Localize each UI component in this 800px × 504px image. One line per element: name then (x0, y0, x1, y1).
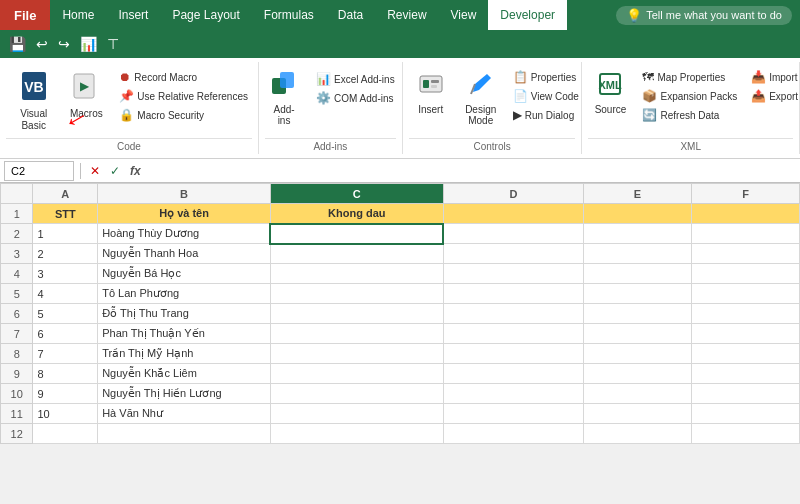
excel-add-ins-button[interactable]: 📊 Excel Add-ins (312, 70, 399, 88)
com-add-ins-button[interactable]: ⚙️ COM Add-ins (312, 89, 399, 107)
cell-e11[interactable] (584, 404, 692, 424)
cell-a5[interactable]: 4 (33, 284, 98, 304)
col-header-d[interactable]: D (443, 184, 583, 204)
cell-d10[interactable] (443, 384, 583, 404)
cell-b11[interactable]: Hà Văn Như (98, 404, 271, 424)
cell-c6[interactable] (270, 304, 443, 324)
cell-e4[interactable] (584, 264, 692, 284)
cell-a7[interactable]: 6 (33, 324, 98, 344)
cell-e10[interactable] (584, 384, 692, 404)
cell-b9[interactable]: Nguyễn Khắc Liêm (98, 364, 271, 384)
cell-f10[interactable] (692, 384, 800, 404)
cell-a8[interactable]: 7 (33, 344, 98, 364)
cell-e1[interactable] (584, 204, 692, 224)
cell-a6[interactable]: 5 (33, 304, 98, 324)
export-button[interactable]: 📤 Export (747, 87, 800, 105)
map-properties-button[interactable]: 🗺 Map Properties (638, 68, 741, 86)
record-macro-button[interactable]: ⏺ Record Macro (115, 68, 252, 86)
cell-c3[interactable] (270, 244, 443, 264)
import-button[interactable]: 📥 Import (747, 68, 800, 86)
tab-home[interactable]: Home (50, 0, 106, 30)
save-button[interactable]: 💾 (6, 34, 29, 54)
col-header-c[interactable]: C (270, 184, 443, 204)
cell-e3[interactable] (584, 244, 692, 264)
cell-c5[interactable] (270, 284, 443, 304)
cell-c12[interactable] (270, 424, 443, 444)
cell-c11[interactable] (270, 404, 443, 424)
cell-c7[interactable] (270, 324, 443, 344)
cell-a9[interactable]: 8 (33, 364, 98, 384)
redo-button[interactable]: ↪ (55, 34, 73, 54)
col-header-e[interactable]: E (584, 184, 692, 204)
cell-d2[interactable] (443, 224, 583, 244)
cell-f8[interactable] (692, 344, 800, 364)
cell-d3[interactable] (443, 244, 583, 264)
filter-button[interactable]: ⊤ (104, 34, 122, 54)
tab-developer[interactable]: Developer (488, 0, 567, 30)
cell-b5[interactable]: Tô Lan Phương (98, 284, 271, 304)
cell-c10[interactable] (270, 384, 443, 404)
cell-f9[interactable] (692, 364, 800, 384)
cell-d12[interactable] (443, 424, 583, 444)
tab-page-layout[interactable]: Page Layout (160, 0, 251, 30)
formula-input[interactable] (148, 164, 796, 178)
cell-f11[interactable] (692, 404, 800, 424)
cell-b3[interactable]: Nguyễn Thanh Hoa (98, 244, 271, 264)
cell-d7[interactable] (443, 324, 583, 344)
chart-button[interactable]: 📊 (77, 34, 100, 54)
cell-f6[interactable] (692, 304, 800, 324)
macros-button[interactable]: ▶ Macros (65, 66, 107, 123)
cell-e7[interactable] (584, 324, 692, 344)
cell-c8[interactable] (270, 344, 443, 364)
cell-e9[interactable] (584, 364, 692, 384)
confirm-formula-button[interactable]: ✓ (107, 163, 123, 179)
cell-b8[interactable]: Trần Thị Mỹ Hạnh (98, 344, 271, 364)
cell-a2[interactable]: 1 (33, 224, 98, 244)
insert-control-button[interactable]: Insert (409, 66, 453, 119)
cell-d6[interactable] (443, 304, 583, 324)
cell-f5[interactable] (692, 284, 800, 304)
cell-c1[interactable]: Khong dau (270, 204, 443, 224)
insert-function-button[interactable]: fx (127, 163, 144, 179)
cell-b7[interactable]: Phan Thị Thuận Yến (98, 324, 271, 344)
cell-a12[interactable] (33, 424, 98, 444)
col-header-b[interactable]: B (98, 184, 271, 204)
add-ins-button[interactable]: Add-ins (262, 66, 306, 130)
cell-b6[interactable]: Đỗ Thị Thu Trang (98, 304, 271, 324)
cell-f4[interactable] (692, 264, 800, 284)
cell-d11[interactable] (443, 404, 583, 424)
col-header-a[interactable]: A (33, 184, 98, 204)
cell-d8[interactable] (443, 344, 583, 364)
tab-review[interactable]: Review (375, 0, 438, 30)
col-header-f[interactable]: F (692, 184, 800, 204)
source-button[interactable]: XML Source (588, 66, 632, 119)
tab-formulas[interactable]: Formulas (252, 0, 326, 30)
cell-a10[interactable]: 9 (33, 384, 98, 404)
cell-c4[interactable] (270, 264, 443, 284)
tab-view[interactable]: View (439, 0, 489, 30)
cell-c2[interactable] (270, 224, 443, 244)
cell-e8[interactable] (584, 344, 692, 364)
cell-a11[interactable]: 10 (33, 404, 98, 424)
cell-b12[interactable] (98, 424, 271, 444)
cell-b1[interactable]: Họ và tên (98, 204, 271, 224)
cell-d5[interactable] (443, 284, 583, 304)
tab-file[interactable]: File (0, 0, 50, 30)
cell-f1[interactable] (692, 204, 800, 224)
cell-a3[interactable]: 2 (33, 244, 98, 264)
cell-e5[interactable] (584, 284, 692, 304)
cell-f7[interactable] (692, 324, 800, 344)
cell-d9[interactable] (443, 364, 583, 384)
view-code-button[interactable]: 📄 View Code (509, 87, 583, 105)
visual-basic-button[interactable]: VB Visual Basic (6, 66, 61, 136)
name-box[interactable] (4, 161, 74, 181)
cell-f12[interactable] (692, 424, 800, 444)
cell-e2[interactable] (584, 224, 692, 244)
macro-security-button[interactable]: 🔒 Macro Security (115, 106, 252, 124)
cell-d1[interactable] (443, 204, 583, 224)
cell-e6[interactable] (584, 304, 692, 324)
refresh-data-button[interactable]: 🔄 Refresh Data (638, 106, 741, 124)
cell-b2[interactable]: Hoàng Thùy Dương (98, 224, 271, 244)
run-dialog-button[interactable]: ▶ Run Dialog (509, 106, 583, 124)
undo-button[interactable]: ↩ (33, 34, 51, 54)
